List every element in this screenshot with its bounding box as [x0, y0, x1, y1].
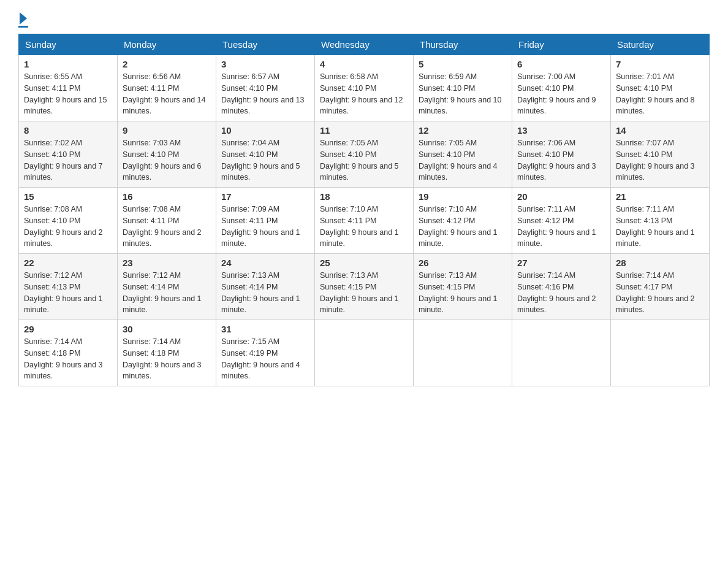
calendar-cell: 10Sunrise: 7:04 AMSunset: 4:10 PMDayligh… — [216, 121, 315, 188]
day-info: Sunrise: 7:14 AMSunset: 4:18 PMDaylight:… — [24, 336, 112, 382]
calendar-cell: 27Sunrise: 7:14 AMSunset: 4:16 PMDayligh… — [512, 254, 611, 320]
day-number: 26 — [419, 258, 507, 268]
day-info: Sunrise: 7:02 AMSunset: 4:10 PMDaylight:… — [24, 137, 112, 183]
calendar-cell: 3Sunrise: 6:57 AMSunset: 4:10 PMDaylight… — [216, 55, 315, 121]
logo-arrow-icon — [20, 12, 27, 25]
day-info: Sunrise: 7:14 AMSunset: 4:16 PMDaylight:… — [517, 270, 605, 316]
day-info: Sunrise: 7:05 AMSunset: 4:10 PMDaylight:… — [419, 137, 507, 183]
calendar-cell — [512, 320, 611, 386]
day-number: 20 — [517, 191, 605, 202]
calendar-week-row: 15Sunrise: 7:08 AMSunset: 4:10 PMDayligh… — [19, 188, 710, 254]
day-number: 17 — [221, 191, 309, 202]
day-info: Sunrise: 7:12 AMSunset: 4:13 PMDaylight:… — [24, 270, 112, 316]
weekday-header-monday: Monday — [118, 34, 216, 55]
calendar-cell: 29Sunrise: 7:14 AMSunset: 4:18 PMDayligh… — [19, 320, 118, 386]
logo — [18, 12, 28, 28]
day-info: Sunrise: 7:08 AMSunset: 4:10 PMDaylight:… — [24, 204, 112, 250]
calendar-cell: 16Sunrise: 7:08 AMSunset: 4:11 PMDayligh… — [118, 188, 216, 254]
day-number: 21 — [616, 191, 704, 202]
day-number: 28 — [616, 258, 704, 268]
day-info: Sunrise: 7:08 AMSunset: 4:11 PMDaylight:… — [123, 204, 211, 250]
day-number: 23 — [123, 258, 211, 268]
calendar-cell: 23Sunrise: 7:12 AMSunset: 4:14 PMDayligh… — [118, 254, 216, 320]
header — [18, 12, 710, 28]
calendar-cell: 2Sunrise: 6:56 AMSunset: 4:11 PMDaylight… — [118, 55, 216, 121]
day-info: Sunrise: 7:03 AMSunset: 4:10 PMDaylight:… — [123, 137, 211, 183]
calendar-cell: 7Sunrise: 7:01 AMSunset: 4:10 PMDaylight… — [611, 55, 710, 121]
day-number: 15 — [24, 191, 112, 202]
day-number: 27 — [517, 258, 605, 268]
logo-underline — [18, 26, 28, 28]
day-number: 11 — [320, 125, 408, 136]
day-number: 1 — [24, 59, 112, 69]
day-info: Sunrise: 7:09 AMSunset: 4:11 PMDaylight:… — [221, 204, 309, 250]
calendar-cell: 6Sunrise: 7:00 AMSunset: 4:10 PMDaylight… — [512, 55, 611, 121]
calendar-cell: 25Sunrise: 7:13 AMSunset: 4:15 PMDayligh… — [315, 254, 414, 320]
weekday-header-sunday: Sunday — [19, 34, 118, 55]
day-info: Sunrise: 7:13 AMSunset: 4:14 PMDaylight:… — [221, 270, 309, 316]
day-info: Sunrise: 7:00 AMSunset: 4:10 PMDaylight:… — [517, 71, 605, 117]
calendar-cell: 5Sunrise: 6:59 AMSunset: 4:10 PMDaylight… — [414, 55, 512, 121]
day-info: Sunrise: 7:10 AMSunset: 4:11 PMDaylight:… — [320, 204, 408, 250]
calendar-week-row: 8Sunrise: 7:02 AMSunset: 4:10 PMDaylight… — [19, 121, 710, 188]
day-number: 30 — [123, 324, 211, 334]
day-number: 5 — [419, 59, 507, 69]
calendar-cell — [315, 320, 414, 386]
calendar-week-row: 22Sunrise: 7:12 AMSunset: 4:13 PMDayligh… — [19, 254, 710, 320]
calendar-cell: 1Sunrise: 6:55 AMSunset: 4:11 PMDaylight… — [19, 55, 118, 121]
day-number: 3 — [221, 59, 309, 69]
weekday-header-tuesday: Tuesday — [216, 34, 315, 55]
day-info: Sunrise: 7:11 AMSunset: 4:12 PMDaylight:… — [517, 204, 605, 250]
day-info: Sunrise: 7:13 AMSunset: 4:15 PMDaylight:… — [419, 270, 507, 316]
day-info: Sunrise: 7:13 AMSunset: 4:15 PMDaylight:… — [320, 270, 408, 316]
day-number: 25 — [320, 258, 408, 268]
day-info: Sunrise: 7:07 AMSunset: 4:10 PMDaylight:… — [616, 137, 704, 183]
calendar-cell: 28Sunrise: 7:14 AMSunset: 4:17 PMDayligh… — [611, 254, 710, 320]
calendar-cell: 15Sunrise: 7:08 AMSunset: 4:10 PMDayligh… — [19, 188, 118, 254]
day-number: 24 — [221, 258, 309, 268]
day-number: 12 — [419, 125, 507, 136]
calendar-cell — [611, 320, 710, 386]
day-info: Sunrise: 7:06 AMSunset: 4:10 PMDaylight:… — [517, 137, 605, 183]
day-number: 19 — [419, 191, 507, 202]
calendar-cell — [414, 320, 512, 386]
calendar-cell: 12Sunrise: 7:05 AMSunset: 4:10 PMDayligh… — [414, 121, 512, 188]
weekday-header-wednesday: Wednesday — [315, 34, 414, 55]
calendar-table: SundayMondayTuesdayWednesdayThursdayFrid… — [18, 34, 710, 386]
calendar-cell: 13Sunrise: 7:06 AMSunset: 4:10 PMDayligh… — [512, 121, 611, 188]
calendar-cell: 21Sunrise: 7:11 AMSunset: 4:13 PMDayligh… — [611, 188, 710, 254]
day-number: 8 — [24, 125, 112, 136]
weekday-header-thursday: Thursday — [414, 34, 512, 55]
calendar-cell: 26Sunrise: 7:13 AMSunset: 4:15 PMDayligh… — [414, 254, 512, 320]
calendar-cell: 8Sunrise: 7:02 AMSunset: 4:10 PMDaylight… — [19, 121, 118, 188]
day-number: 22 — [24, 258, 112, 268]
calendar-cell: 19Sunrise: 7:10 AMSunset: 4:12 PMDayligh… — [414, 188, 512, 254]
calendar-week-row: 29Sunrise: 7:14 AMSunset: 4:18 PMDayligh… — [19, 320, 710, 386]
day-info: Sunrise: 6:55 AMSunset: 4:11 PMDaylight:… — [24, 71, 112, 117]
day-info: Sunrise: 7:05 AMSunset: 4:10 PMDaylight:… — [320, 137, 408, 183]
calendar-cell: 9Sunrise: 7:03 AMSunset: 4:10 PMDaylight… — [118, 121, 216, 188]
day-number: 6 — [517, 59, 605, 69]
calendar-cell: 4Sunrise: 6:58 AMSunset: 4:10 PMDaylight… — [315, 55, 414, 121]
day-info: Sunrise: 7:14 AMSunset: 4:18 PMDaylight:… — [123, 336, 211, 382]
day-number: 4 — [320, 59, 408, 69]
calendar-cell: 30Sunrise: 7:14 AMSunset: 4:18 PMDayligh… — [118, 320, 216, 386]
day-info: Sunrise: 6:59 AMSunset: 4:10 PMDaylight:… — [419, 71, 507, 117]
calendar-cell: 22Sunrise: 7:12 AMSunset: 4:13 PMDayligh… — [19, 254, 118, 320]
calendar-cell: 31Sunrise: 7:15 AMSunset: 4:19 PMDayligh… — [216, 320, 315, 386]
calendar-cell: 18Sunrise: 7:10 AMSunset: 4:11 PMDayligh… — [315, 188, 414, 254]
day-number: 13 — [517, 125, 605, 136]
day-number: 31 — [221, 324, 309, 334]
day-info: Sunrise: 6:57 AMSunset: 4:10 PMDaylight:… — [221, 71, 309, 117]
calendar-cell: 20Sunrise: 7:11 AMSunset: 4:12 PMDayligh… — [512, 188, 611, 254]
day-number: 16 — [123, 191, 211, 202]
day-number: 2 — [123, 59, 211, 69]
day-info: Sunrise: 7:01 AMSunset: 4:10 PMDaylight:… — [616, 71, 704, 117]
calendar-cell: 17Sunrise: 7:09 AMSunset: 4:11 PMDayligh… — [216, 188, 315, 254]
day-info: Sunrise: 7:10 AMSunset: 4:12 PMDaylight:… — [419, 204, 507, 250]
day-info: Sunrise: 7:12 AMSunset: 4:14 PMDaylight:… — [123, 270, 211, 316]
day-number: 7 — [616, 59, 704, 69]
calendar-week-row: 1Sunrise: 6:55 AMSunset: 4:11 PMDaylight… — [19, 55, 710, 121]
page: SundayMondayTuesdayWednesdayThursdayFrid… — [0, 0, 728, 399]
day-number: 29 — [24, 324, 112, 334]
